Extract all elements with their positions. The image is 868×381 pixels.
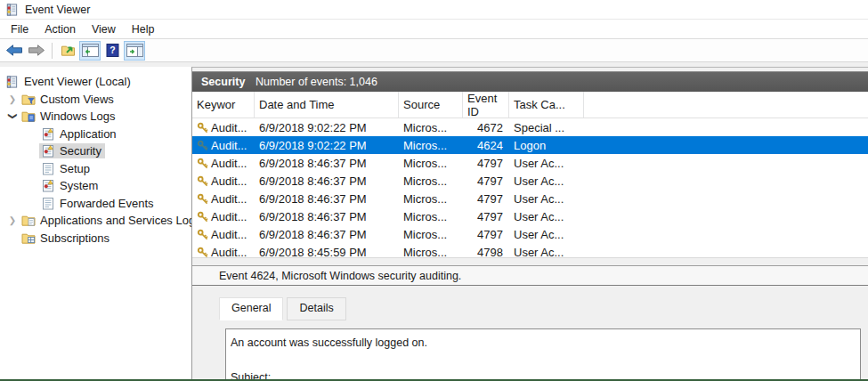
- tree-item-system[interactable]: System: [0, 177, 191, 195]
- column-header-date-and-time[interactable]: Date and Time: [255, 92, 399, 118]
- keywords-cell: Audit...: [192, 228, 255, 241]
- folder-views-icon: [20, 93, 36, 106]
- chevron-collapsed-icon[interactable]: ❯: [5, 215, 20, 225]
- tree-item-content: Subscriptions: [20, 231, 113, 246]
- tree-item-forwarded-events[interactable]: Forwarded Events: [0, 195, 191, 213]
- tree-item-content: Applications and Services Log: [20, 213, 191, 228]
- task-category-cell: User Ac...: [509, 210, 584, 223]
- tree-item-custom-views[interactable]: ❯Custom Views: [0, 91, 191, 109]
- column-header-event-id[interactable]: Event ID: [463, 92, 509, 118]
- log-name: Security: [192, 76, 256, 88]
- menu-file[interactable]: File: [3, 21, 37, 37]
- chevron-collapsed-icon[interactable]: ❯: [5, 94, 20, 104]
- keywords-text: Audit...: [211, 246, 247, 258]
- tree-item-label: System: [60, 179, 98, 192]
- horizontal-splitter[interactable]: [192, 257, 868, 265]
- forward-button[interactable]: [26, 41, 47, 61]
- tab-general[interactable]: General: [219, 297, 283, 320]
- tree-item-label: Subscriptions: [40, 231, 110, 245]
- source-cell: Micros...: [399, 228, 463, 241]
- preview-pane: GeneralDetails An account was successful…: [192, 286, 868, 381]
- show-console-tree-icon: [82, 44, 99, 57]
- tree-item-label: Custom Views: [40, 93, 114, 106]
- keywords-cell: Audit...: [192, 121, 255, 134]
- back-icon: [5, 44, 23, 57]
- content-area: Event Viewer (Local)❯Custom Views❯Window…: [0, 62, 868, 381]
- svg-text:?: ?: [110, 45, 115, 55]
- show-action-pane-button[interactable]: [124, 41, 145, 61]
- table-row[interactable]: Audit...6/9/2018 9:02:22 PMMicros...4672…: [192, 118, 868, 136]
- main-panel: Security Number of events: 1,046 KeyworD…: [191, 67, 868, 381]
- tree-item-label: Setup: [60, 162, 90, 175]
- event-id-cell: 4797: [463, 228, 509, 241]
- tree-item-content: Application: [39, 126, 120, 142]
- table-row[interactable]: Audit...6/9/2018 8:46:37 PMMicros...4797…: [192, 154, 868, 172]
- help-button[interactable]: ?: [101, 41, 123, 61]
- export-folder-button[interactable]: [57, 41, 78, 61]
- tree-item-content: Event Viewer (Local): [4, 74, 134, 90]
- source-cell: Micros...: [399, 192, 463, 206]
- audit-success-key-icon: [197, 229, 208, 240]
- tree-item-label: Forwarded Events: [60, 197, 154, 210]
- back-button[interactable]: [4, 41, 25, 61]
- tree-item-setup[interactable]: Setup: [0, 160, 191, 178]
- event-description-box: An account was successfully logged on. S…: [225, 328, 861, 381]
- tree-item-application[interactable]: Application: [0, 126, 191, 143]
- table-row[interactable]: Audit...6/9/2018 8:46:37 PMMicros...4797…: [192, 172, 868, 190]
- event-id-cell: 4797: [463, 174, 509, 188]
- tree-item-security[interactable]: Security: [0, 142, 191, 160]
- date-cell: 6/9/2018 9:02:22 PM: [255, 139, 399, 152]
- column-header-keywor[interactable]: Keywor: [192, 92, 255, 118]
- show-console-tree-button[interactable]: [79, 41, 101, 61]
- preview-title: Event 4624, Microsoft Windows security a…: [219, 270, 461, 282]
- tree-item-content: Forwarded Events: [39, 196, 158, 211]
- column-header-task-ca[interactable]: Task Ca...: [509, 92, 584, 118]
- task-category-cell: User Ac...: [509, 174, 584, 188]
- tree-item-label: Applications and Services Log: [40, 214, 191, 227]
- menu-help[interactable]: Help: [124, 21, 163, 37]
- tree: Event Viewer (Local)❯Custom Views❯Window…: [0, 67, 191, 381]
- plain-log-icon: [40, 197, 55, 210]
- export-folder-icon: [61, 44, 76, 57]
- source-cell: Micros...: [399, 121, 463, 134]
- date-cell: 6/9/2018 8:46:37 PM: [255, 210, 399, 223]
- table-row[interactable]: Audit...6/9/2018 8:46:37 PMMicros...4797…: [192, 225, 868, 243]
- preview-header-bar: Event 4624, Microsoft Windows security a…: [192, 265, 868, 286]
- keywords-cell: Audit...: [192, 157, 255, 170]
- tree-item-content: Setup: [39, 161, 93, 176]
- table-row[interactable]: Audit...6/9/2018 8:46:37 PMMicros...4797…: [192, 207, 868, 225]
- tab-details[interactable]: Details: [287, 297, 345, 320]
- event-list: KeyworDate and TimeSourceEvent IDTask Ca…: [192, 92, 868, 257]
- event-id-cell: 4672: [463, 121, 509, 134]
- tree-item-label: Event Viewer (Local): [24, 75, 131, 88]
- table-row[interactable]: Audit...6/9/2018 9:02:22 PMMicros...4624…: [192, 136, 868, 154]
- table-row[interactable]: Audit...6/9/2018 8:46:37 PMMicros...4797…: [192, 190, 868, 207]
- keywords-cell: Audit...: [192, 139, 255, 152]
- tree-item-applications-and-services-log[interactable]: ❯Applications and Services Log: [0, 212, 191, 230]
- keywords-cell: Audit...: [192, 246, 255, 258]
- date-cell: 6/9/2018 8:46:37 PM: [255, 157, 399, 170]
- tree-item-content: System: [39, 178, 101, 193]
- tree-item-subscriptions[interactable]: Subscriptions: [0, 230, 191, 247]
- tree-item-content: Custom Views: [20, 92, 118, 107]
- audit-success-key-icon: [197, 140, 208, 151]
- event-log-icon: [40, 179, 55, 192]
- menu-action[interactable]: Action: [37, 21, 84, 37]
- event-description-line: An account was successfully logged on.: [231, 336, 855, 350]
- keywords-text: Audit...: [211, 121, 247, 134]
- table-row[interactable]: Audit...6/9/2018 8:45:59 PMMicros...4798…: [192, 243, 868, 257]
- event-viewer-icon: [4, 75, 20, 89]
- chevron-expanded-icon[interactable]: ❯: [8, 109, 18, 124]
- date-cell: 6/9/2018 8:45:59 PM: [255, 246, 399, 258]
- event-id-cell: 4624: [463, 139, 509, 152]
- column-header-source[interactable]: Source: [399, 92, 463, 118]
- menu-view[interactable]: View: [84, 21, 124, 37]
- keywords-cell: Audit...: [192, 192, 255, 206]
- tree-item-windows-logs[interactable]: ❯Windows Logs: [0, 108, 191, 126]
- task-category-cell: User Ac...: [509, 228, 584, 241]
- task-category-cell: User Ac...: [509, 157, 584, 170]
- tree-item-event-viewer-local[interactable]: Event Viewer (Local): [0, 73, 191, 91]
- toolbar: ?: [0, 39, 868, 62]
- show-action-pane-icon: [126, 44, 143, 57]
- toolbar-separator: [52, 43, 53, 59]
